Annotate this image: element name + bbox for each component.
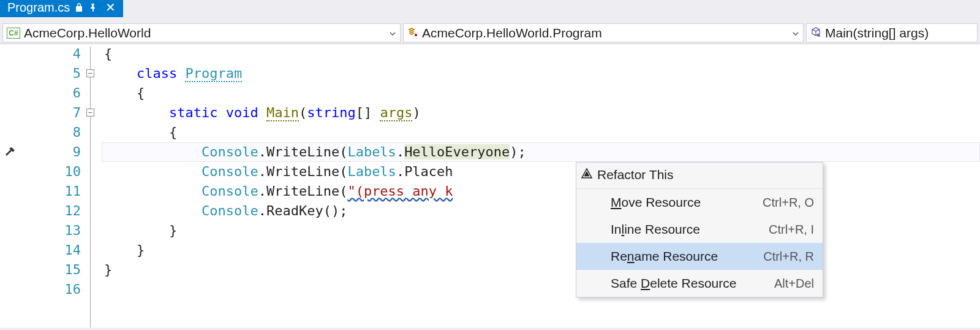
action-hammer-icon[interactable] xyxy=(4,145,17,158)
file-tab[interactable]: Program.cs ✕ xyxy=(0,0,123,15)
line-number: 10 xyxy=(22,162,81,182)
close-icon[interactable]: ✕ xyxy=(103,0,118,15)
refactor-menu-shortcut: Alt+Del xyxy=(774,274,814,293)
line-number: 6 xyxy=(22,83,81,103)
class-icon xyxy=(407,26,418,40)
line-number: 8 xyxy=(22,123,81,142)
line-number: 11 xyxy=(22,182,81,201)
method-icon xyxy=(810,26,821,40)
refactor-menu-item[interactable]: Rename ResourceCtrl+R, R xyxy=(576,243,823,270)
line-number: 14 xyxy=(22,240,81,260)
line-number-gutter: 4 5 6 7 8 9 10 11 12 13 14 15 16 xyxy=(22,44,86,328)
svg-point-1 xyxy=(818,34,820,36)
csharp-icon: C# xyxy=(7,28,20,39)
class-dropdown[interactable]: AcmeCorp.HelloWorld.Program xyxy=(403,23,804,42)
line-number: 9 xyxy=(22,142,81,162)
svg-point-0 xyxy=(415,33,417,36)
member-label: Main(string[] args) xyxy=(825,26,929,40)
refactor-menu-label: Safe Delete Resource xyxy=(611,274,767,293)
code-line: } xyxy=(102,240,980,260)
tab-active-underline xyxy=(0,15,123,17)
code-line: Console.WriteLine("(press any k xyxy=(102,182,980,201)
refactor-menu-shortcut: Ctrl+R, O xyxy=(763,193,814,212)
fold-toggle[interactable]: − xyxy=(86,69,94,77)
line-number: 15 xyxy=(22,260,81,280)
refactor-menu-item[interactable]: Safe Delete ResourceAlt+Del xyxy=(576,270,823,297)
fold-toggle[interactable]: − xyxy=(86,109,94,117)
pin-icon[interactable] xyxy=(88,2,98,12)
line-number: 13 xyxy=(22,221,81,240)
line-number: 4 xyxy=(22,44,81,64)
refactor-menu-label: Rename Resource xyxy=(611,247,756,266)
refactor-menu-item[interactable]: Inline ResourceCtrl+R, I xyxy=(576,216,823,243)
class-label: AcmeCorp.HelloWorld.Program xyxy=(422,26,602,40)
code-line: class Program xyxy=(102,64,980,83)
lock-icon xyxy=(75,2,83,12)
chevron-down-icon xyxy=(389,26,396,40)
namespace-dropdown[interactable]: C# AcmeCorp.HelloWorld xyxy=(2,23,401,42)
member-dropdown[interactable]: Main(string[] args) xyxy=(806,23,978,42)
code-line: static void Main(string[] args) xyxy=(102,103,980,123)
refactor-menu-item[interactable]: Move ResourceCtrl+R, O xyxy=(576,189,823,216)
code-editor[interactable]: 4 5 6 7 8 9 10 11 12 13 14 15 16 − − { c… xyxy=(0,44,980,328)
file-tab-label: Program.cs xyxy=(7,1,70,15)
code-line xyxy=(102,280,980,299)
code-area[interactable]: { class Program { static void Main(strin… xyxy=(102,44,980,328)
line-number: 7 xyxy=(22,103,81,123)
code-nav-bar: C# AcmeCorp.HelloWorld AcmeCorp.HelloWor… xyxy=(0,22,980,44)
code-line: { xyxy=(102,44,980,64)
fold-column: − − xyxy=(86,44,102,328)
refactor-icon xyxy=(581,165,592,185)
refactor-popup: Refactor This Move ResourceCtrl+R, OInli… xyxy=(576,162,823,297)
tab-strip: Program.cs ✕ xyxy=(0,0,980,22)
refactor-popup-title: Refactor This xyxy=(576,163,823,189)
refactor-menu-shortcut: Ctrl+R, I xyxy=(769,220,814,239)
refactor-popup-title-text: Refactor This xyxy=(597,165,674,185)
code-line: } xyxy=(102,221,980,240)
line-number: 5 xyxy=(22,64,81,83)
line-number: 16 xyxy=(22,280,81,299)
code-line: { xyxy=(102,123,980,142)
code-line-current: Console.WriteLine(Labels.HelloEveryone); xyxy=(102,142,980,162)
namespace-label: AcmeCorp.HelloWorld xyxy=(24,26,151,40)
chevron-down-icon xyxy=(792,26,799,40)
code-line: { xyxy=(102,83,980,103)
refactor-menu-label: Inline Resource xyxy=(611,220,761,239)
refactor-menu-label: Move Resource xyxy=(611,193,755,212)
line-number: 12 xyxy=(22,201,81,221)
code-line: } xyxy=(102,260,980,280)
code-line: Console.ReadKey(); xyxy=(102,201,980,221)
glyph-margin xyxy=(0,44,22,328)
code-line: Console.WriteLine(Labels.Placeh xyxy=(102,162,980,182)
refactor-menu-shortcut: Ctrl+R, R xyxy=(763,247,814,266)
